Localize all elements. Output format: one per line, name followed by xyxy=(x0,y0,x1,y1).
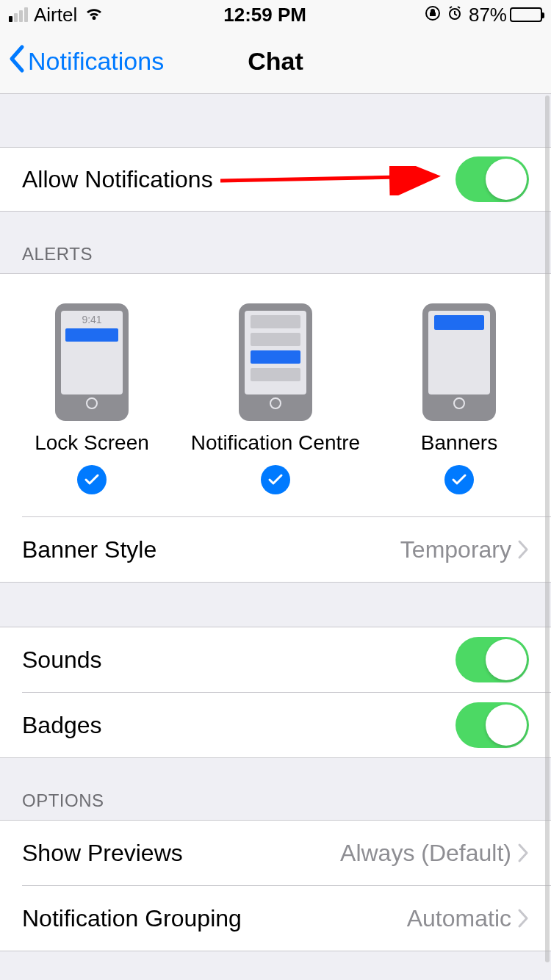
signal-bars-icon xyxy=(9,7,28,22)
sounds-cell: Sounds xyxy=(0,627,551,692)
alerts-row: 9:41 Lock Screen xyxy=(0,274,551,516)
notification-grouping-cell[interactable]: Notification Grouping Automatic xyxy=(0,886,551,951)
battery-icon xyxy=(510,7,542,22)
status-right: 87% xyxy=(425,4,542,26)
badges-cell: Badges xyxy=(0,693,551,757)
battery-indicator: 87% xyxy=(469,4,542,26)
alarm-icon xyxy=(447,4,463,26)
chevron-right-icon xyxy=(517,843,529,863)
banner-style-value: Temporary xyxy=(400,536,511,563)
notification-centre-preview-icon xyxy=(239,303,312,421)
banner-style-label: Banner Style xyxy=(22,536,156,563)
banner-style-cell[interactable]: Banner Style Temporary xyxy=(0,517,551,582)
preview-time: 9:41 xyxy=(61,311,123,325)
allow-notifications-cell: Allow Notifications xyxy=(0,147,551,212)
alert-banners[interactable]: Banners xyxy=(368,303,550,494)
alert-label: Lock Screen xyxy=(35,431,149,455)
scrollbar[interactable] xyxy=(545,96,550,962)
chevron-right-icon xyxy=(517,908,529,929)
nav-bar: Notifications Chat xyxy=(0,29,551,94)
options-group: Show Previews Always (Default) Notificat… xyxy=(0,820,551,951)
sounds-toggle[interactable] xyxy=(455,637,529,682)
checkmark-icon xyxy=(444,465,474,494)
badges-toggle[interactable] xyxy=(455,702,529,748)
alerts-header: ALERTS xyxy=(0,212,551,273)
alerts-block: 9:41 Lock Screen xyxy=(0,273,551,583)
status-left: Airtel xyxy=(9,4,105,26)
sounds-label: Sounds xyxy=(22,646,102,674)
orientation-lock-icon xyxy=(425,4,441,26)
status-bar: Airtel 12:59 PM 87% xyxy=(0,0,551,29)
alert-label: Banners xyxy=(421,431,497,455)
alert-notification-centre[interactable]: Notification Centre xyxy=(184,303,367,494)
chevron-right-icon xyxy=(517,539,529,560)
sounds-badges-group: Sounds Badges xyxy=(0,627,551,758)
checkmark-icon xyxy=(261,465,290,494)
lock-screen-preview-icon: 9:41 xyxy=(55,303,129,421)
notification-grouping-label: Notification Grouping xyxy=(22,905,242,932)
alert-label: Notification Centre xyxy=(191,431,360,455)
status-time: 12:59 PM xyxy=(223,4,306,26)
allow-notifications-toggle[interactable] xyxy=(455,156,529,202)
battery-percent: 87% xyxy=(469,4,507,26)
page-title: Chat xyxy=(248,47,303,76)
chevron-left-icon xyxy=(7,44,26,79)
banners-preview-icon xyxy=(422,303,496,421)
badges-label: Badges xyxy=(22,712,102,739)
show-previews-cell[interactable]: Show Previews Always (Default) xyxy=(0,821,551,885)
carrier-label: Airtel xyxy=(34,4,77,26)
checkmark-icon xyxy=(77,465,107,494)
back-button[interactable]: Notifications xyxy=(7,44,164,79)
show-previews-value: Always (Default) xyxy=(340,840,511,867)
alert-lock-screen[interactable]: 9:41 Lock Screen xyxy=(1,303,183,494)
notification-grouping-value: Automatic xyxy=(407,905,511,932)
show-previews-label: Show Previews xyxy=(22,840,183,867)
back-label: Notifications xyxy=(28,47,164,76)
wifi-icon xyxy=(83,4,105,26)
allow-notifications-label: Allow Notifications xyxy=(22,166,213,193)
options-header: OPTIONS xyxy=(0,758,551,820)
